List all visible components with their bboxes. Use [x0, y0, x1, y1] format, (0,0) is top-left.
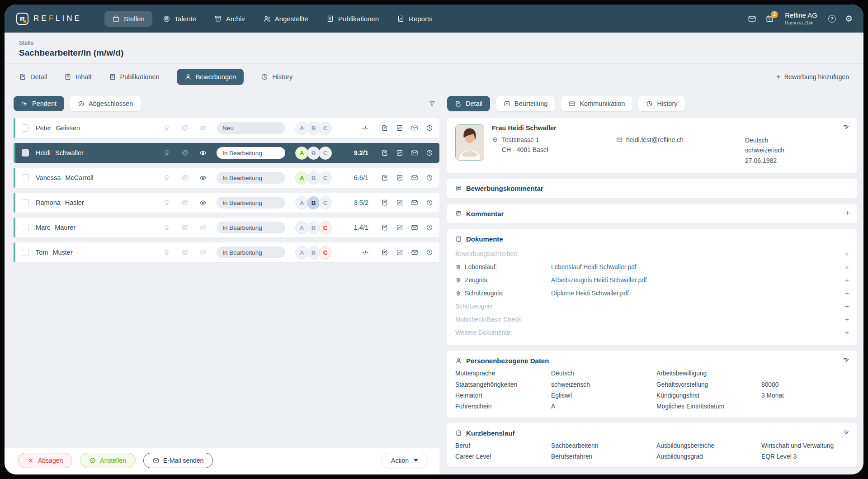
person-email[interactable]: heidi.test@refline.ch: [626, 135, 684, 145]
applicant-row[interactable]: Marc Maurer In Bearbeitung ABC 1.4/1: [14, 218, 439, 237]
edit-icon[interactable]: [843, 123, 850, 131]
absagen-button[interactable]: Absagen: [18, 453, 72, 468]
add-document-button[interactable]: +: [845, 289, 849, 298]
medal-icon[interactable]: [163, 199, 170, 206]
add-document-button[interactable]: +: [845, 250, 849, 258]
nav-item-angestellte[interactable]: Angestellte: [255, 11, 316, 27]
grade-badge-b[interactable]: B: [307, 246, 320, 259]
chart-square-icon[interactable]: [396, 224, 403, 231]
status-pill[interactable]: In Bearbeitung: [217, 222, 285, 233]
doc-pen-icon[interactable]: [381, 199, 388, 206]
anstellen-button[interactable]: Anstellen: [80, 453, 136, 468]
eye-icon[interactable]: [199, 199, 207, 206]
trash-icon[interactable]: [455, 264, 461, 270]
grade-badge-c[interactable]: C: [319, 171, 332, 185]
chart-square-icon[interactable]: [396, 174, 403, 181]
grade-badge-a[interactable]: A: [295, 147, 308, 160]
detail-tab-beurteilung[interactable]: Beurteilung: [496, 96, 555, 111]
clock-icon[interactable]: [426, 124, 433, 132]
doc-pen-icon[interactable]: [381, 224, 388, 231]
detail-tab-detail[interactable]: Detail: [447, 96, 490, 111]
filter-pendent-button[interactable]: Pendent: [14, 96, 64, 111]
grade-badge-a[interactable]: A: [295, 246, 308, 259]
edit-icon[interactable]: [843, 356, 850, 364]
nav-item-talente[interactable]: Talente: [155, 11, 204, 27]
medal-icon[interactable]: [163, 124, 170, 132]
status-pill[interactable]: Neu: [217, 122, 285, 134]
add-document-button[interactable]: +: [845, 329, 849, 337]
add-document-button[interactable]: +: [845, 316, 849, 324]
grade-badge-a[interactable]: A: [295, 122, 308, 135]
doc-pen-icon[interactable]: [381, 249, 388, 256]
clock-icon[interactable]: [426, 149, 433, 157]
nav-item-publikationen[interactable]: Publikationen: [319, 11, 387, 27]
grade-badge-c[interactable]: C: [319, 147, 332, 160]
row-checkbox[interactable]: [22, 199, 29, 206]
applicant-row[interactable]: Vanessa McCarroll In Bearbeitung ABC 6.6…: [14, 168, 439, 188]
grade-badge-b[interactable]: B: [307, 196, 320, 209]
grade-badge-a[interactable]: A: [295, 221, 308, 234]
medal-icon[interactable]: [163, 149, 170, 157]
doc-pen-icon[interactable]: [381, 174, 388, 181]
target-check-icon[interactable]: [181, 174, 189, 181]
detail-tab-history[interactable]: History: [638, 96, 685, 111]
applicant-row[interactable]: Heidi Schwaller In Bearbeitung ABC 9.2/1: [14, 143, 439, 163]
status-pill[interactable]: In Bearbeitung: [217, 197, 285, 209]
status-pill[interactable]: In Bearbeitung: [217, 172, 285, 184]
clock-icon[interactable]: [426, 199, 433, 206]
eye-off-icon[interactable]: [199, 124, 207, 132]
mail-icon[interactable]: [411, 124, 418, 132]
clock-icon[interactable]: [426, 249, 433, 256]
chart-square-icon[interactable]: [396, 149, 403, 157]
row-checkbox[interactable]: [22, 149, 29, 157]
tab-publikationen[interactable]: Publikationen: [109, 73, 160, 81]
filter-abgeschlossen-button[interactable]: Abgeschlossen: [70, 96, 141, 111]
nav-item-stellen[interactable]: Stellen: [104, 11, 152, 27]
document-file-link[interactable]: Diplome Heidi Schwaller.pdf: [551, 290, 629, 297]
action-dropdown[interactable]: Action: [382, 453, 428, 468]
chart-square-icon[interactable]: [396, 124, 403, 132]
status-pill[interactable]: In Bearbeitung: [217, 247, 285, 258]
calendar-icon[interactable]: 2: [765, 14, 774, 23]
applicant-row[interactable]: Peter Geissen Neu ABC -/-: [14, 118, 439, 138]
applicant-row[interactable]: Tom Muster In Bearbeitung ABC -/-: [14, 242, 439, 262]
grade-badge-c[interactable]: C: [319, 221, 332, 234]
gear-icon[interactable]: ⚙: [845, 14, 853, 23]
nav-item-reports[interactable]: Reports: [389, 11, 440, 27]
target-check-icon[interactable]: [181, 124, 189, 132]
nav-item-archiv[interactable]: Archiv: [207, 11, 253, 27]
edit-icon[interactable]: [843, 429, 850, 436]
tab-detail[interactable]: Detail: [19, 73, 47, 81]
grade-badge-b[interactable]: B: [307, 122, 320, 135]
mail-icon[interactable]: [411, 174, 418, 181]
grade-badge-c[interactable]: C: [319, 196, 332, 209]
mail-icon[interactable]: [748, 14, 756, 23]
eye-icon[interactable]: [199, 149, 207, 157]
doc-pen-icon[interactable]: [381, 124, 388, 132]
row-checkbox[interactable]: [22, 174, 29, 181]
eye-off-icon[interactable]: [199, 249, 207, 256]
chart-square-icon[interactable]: [396, 249, 403, 256]
medal-icon[interactable]: [163, 224, 170, 231]
row-checkbox[interactable]: [22, 224, 29, 231]
target-check-icon[interactable]: [181, 199, 189, 206]
applicant-row[interactable]: Ramona Hasler In Bearbeitung ABC 3.5/2: [14, 193, 439, 213]
tab-history[interactable]: History: [261, 73, 292, 81]
mail-icon[interactable]: [411, 149, 418, 157]
detail-tab-kommunikation[interactable]: Kommunikation: [561, 96, 632, 111]
tab-bewerbungen[interactable]: Bewerbungen: [177, 69, 244, 85]
clock-icon[interactable]: [426, 174, 433, 181]
target-check-icon[interactable]: [181, 249, 189, 256]
grade-badge-c[interactable]: C: [319, 122, 332, 135]
account-menu[interactable]: Refline AG Ramona Zbik: [785, 11, 817, 26]
add-document-button[interactable]: +: [845, 276, 849, 285]
document-file-link[interactable]: Arbeitszeugnis Heidi Schwaller.pdf: [551, 277, 647, 284]
mail-icon[interactable]: [411, 199, 418, 206]
filter-funnel-icon[interactable]: [429, 100, 436, 107]
email-senden-button[interactable]: E-Mail senden: [143, 453, 213, 468]
trash-icon[interactable]: [455, 290, 461, 296]
grade-badge-a[interactable]: A: [295, 196, 308, 209]
eye-icon[interactable]: [199, 174, 207, 181]
grade-badge-b[interactable]: B: [307, 147, 320, 160]
help-icon[interactable]: ?: [828, 15, 836, 23]
